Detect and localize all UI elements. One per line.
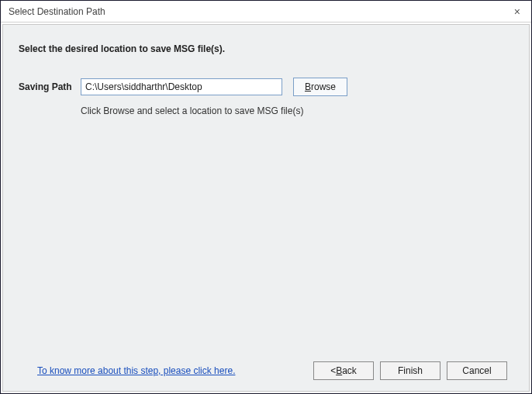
window-title: Select Destination Path xyxy=(9,6,105,17)
cancel-button[interactable]: Cancel xyxy=(447,361,507,380)
back-prefix: < xyxy=(330,365,336,376)
help-link[interactable]: To know more about this step, please cli… xyxy=(37,365,235,376)
button-group: < Back Finish Cancel xyxy=(313,361,507,380)
dialog-window: Select Destination Path × Select the des… xyxy=(0,0,532,394)
browse-button[interactable]: Browse xyxy=(293,78,347,96)
titlebar: Select Destination Path × xyxy=(1,1,531,22)
browse-mnemonic: B xyxy=(305,81,311,92)
instruction-heading: Select the desired location to save MSG … xyxy=(19,43,513,54)
content-area: Select the desired location to save MSG … xyxy=(2,24,530,392)
saving-path-row: Saving Path Browse xyxy=(19,78,513,96)
finish-button[interactable]: Finish xyxy=(380,361,440,380)
back-rest: ack xyxy=(342,365,357,376)
saving-path-input[interactable] xyxy=(81,78,282,95)
back-button[interactable]: < Back xyxy=(313,361,374,380)
browse-text: rowse xyxy=(311,81,336,92)
hint-text: Click Browse and select a location to sa… xyxy=(81,105,513,116)
back-mnemonic: B xyxy=(336,365,342,376)
footer: To know more about this step, please cli… xyxy=(19,361,513,391)
close-icon[interactable]: × xyxy=(510,4,525,19)
saving-path-label: Saving Path xyxy=(19,81,81,92)
